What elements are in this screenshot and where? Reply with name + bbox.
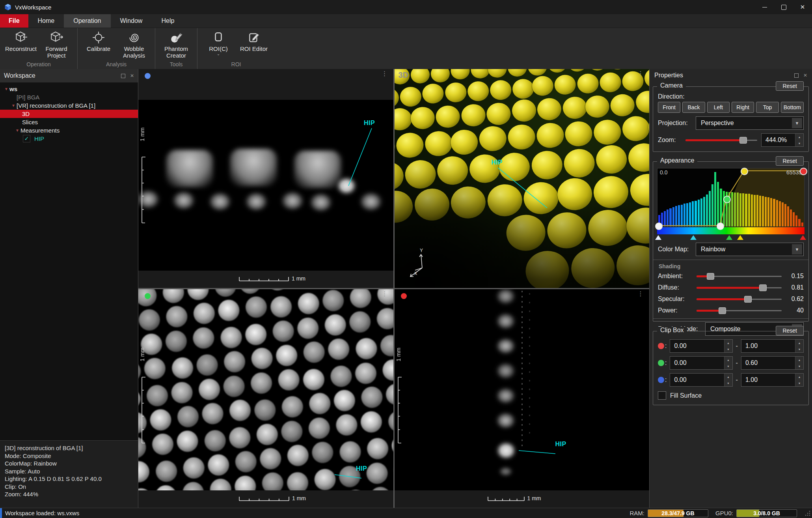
wobble-analysis-button[interactable]: Wobble Analysis: [116, 28, 152, 59]
render-info-box: [3D] reconstruction of BGA [1] Mode: Com…: [0, 440, 138, 508]
expander-icon[interactable]: ▼: [14, 128, 20, 133]
viewport-menu-icon[interactable]: ⋮: [382, 71, 388, 77]
tree-item-measurements[interactable]: ▼Measurements: [0, 126, 138, 135]
reconstruct-button[interactable]: Reconstruct: [3, 28, 39, 52]
clip-y-to-input[interactable]: 0.60▲▼: [741, 356, 804, 370]
viewport-slice-front[interactable]: ⋮ 1 mm HIP 1 mm: [138, 69, 393, 288]
maximize-button[interactable]: [774, 0, 793, 14]
close-icon: ✕: [800, 4, 805, 11]
measurement-label-hip[interactable]: HIP: [356, 465, 367, 472]
axis-indicator-dot-red: [401, 293, 407, 299]
viewport-slice-top[interactable]: ⋮ 1 mm HIP 1 mm: [138, 289, 393, 508]
ambient-slider-row: Ambient: 0.15: [658, 271, 804, 281]
close-panel-icon[interactable]: ✕: [803, 73, 807, 78]
spinner-arrows[interactable]: ▲▼: [795, 134, 803, 146]
direction-bottom-button[interactable]: Bottom: [781, 102, 804, 113]
roi-editor-button[interactable]: ROI Editor: [236, 28, 272, 52]
tree-item-pi-bga[interactable]: [PI] BGA: [0, 93, 138, 101]
viewport-3d[interactable]: 3D ⋮ HIP Y X: [395, 69, 650, 288]
menu-operation[interactable]: Operation: [64, 14, 110, 28]
zoom-slider[interactable]: [685, 137, 757, 144]
expander-icon[interactable]: ▼: [10, 103, 17, 108]
scale-bar: 1 mm: [239, 275, 305, 282]
spinner-arrows[interactable]: ▲▼: [724, 340, 732, 352]
measurement-label-hip[interactable]: HIP: [555, 441, 566, 448]
roi-c-button[interactable]: ROI(C) ⌄: [201, 28, 236, 56]
menu-home[interactable]: Home: [28, 14, 64, 28]
checkmark-icon[interactable]: ✓: [23, 135, 30, 142]
info-line: Mode: Composite: [5, 452, 133, 460]
menu-help[interactable]: Help: [152, 14, 184, 28]
direction-top-button[interactable]: Top: [756, 102, 778, 113]
toolbar-group-roi-label: ROI: [201, 61, 272, 69]
diffuse-slider[interactable]: [697, 284, 782, 291]
spinner-arrows[interactable]: ▲▼: [724, 357, 732, 369]
projection-select[interactable]: Perspective ▼: [696, 116, 804, 130]
tree-item-slices[interactable]: Slices: [0, 118, 138, 126]
viewport-menu-icon[interactable]: ⋮: [637, 71, 644, 77]
ribbon-toolbar: Reconstruct Forward Project Operation: [0, 28, 812, 69]
tree-item-ws[interactable]: ▼ws: [0, 85, 138, 93]
shading-section-title: Shading: [659, 263, 803, 269]
float-panel-icon[interactable]: [121, 74, 125, 78]
window-title: VxWorkspace: [15, 4, 51, 11]
specular-slider[interactable]: [697, 295, 782, 303]
direction-left-button[interactable]: Left: [707, 102, 730, 113]
power-slider[interactable]: [697, 307, 782, 314]
close-panel-icon[interactable]: ✕: [130, 73, 134, 79]
diffuse-slider-row: Diffuse: 0.81: [658, 282, 804, 292]
fill-surface-checkbox[interactable]: [658, 391, 666, 400]
spinner-arrows[interactable]: ▲▼: [795, 340, 803, 352]
clip-z-to-input[interactable]: 1.00▲▼: [741, 373, 804, 387]
spinner-arrows[interactable]: ▲▼: [724, 374, 732, 386]
zoom-value-input[interactable]: 444.0% ▲▼: [761, 133, 804, 147]
phantom-creator-button[interactable]: Phantom Creator: [158, 28, 194, 59]
expander-icon[interactable]: ▼: [3, 87, 9, 91]
clip-x-to-input[interactable]: 1.00▲▼: [741, 339, 804, 353]
properties-title: Properties: [654, 72, 683, 79]
rect-icon: [212, 31, 225, 44]
clip-z-from-input[interactable]: 0.00▲▼: [670, 373, 732, 387]
tree-item-3d[interactable]: 3D: [0, 110, 138, 118]
info-line: Sample: Auto: [5, 468, 133, 475]
measurement-label-hip[interactable]: HIP: [364, 120, 375, 127]
orientation-axes: Y X: [403, 247, 439, 281]
direction-back-button[interactable]: Back: [682, 102, 705, 113]
spinner-arrows[interactable]: ▲▼: [795, 357, 803, 369]
zoom-slider-handle[interactable]: [739, 137, 747, 144]
clip-box-reset-button[interactable]: Reset: [776, 326, 804, 335]
ambient-slider[interactable]: [697, 273, 782, 280]
colormap-select[interactable]: Rainbow ▼: [696, 243, 804, 256]
transfer-function-histogram[interactable]: 0.0 65535: [657, 168, 805, 227]
properties-panel: Properties ✕ Camera Reset Direction: Fro…: [649, 69, 812, 508]
spinner-arrows[interactable]: ▲▼: [795, 374, 803, 386]
appearance-reset-button[interactable]: Reset: [776, 156, 804, 166]
tree-item-hip[interactable]: ✓HIP: [0, 135, 138, 143]
direction-front-button[interactable]: Front: [658, 102, 680, 113]
minimize-button[interactable]: [755, 0, 774, 14]
camera-reset-button[interactable]: Reset: [776, 81, 804, 91]
colormap-markers[interactable]: [657, 234, 805, 240]
resize-grip-icon[interactable]: [804, 510, 811, 517]
forward-project-label: Forward Project: [39, 45, 74, 59]
forward-project-button[interactable]: Forward Project: [39, 28, 74, 59]
clip-axis-dot-blue: [658, 377, 664, 383]
calibrate-button[interactable]: Calibrate: [81, 28, 116, 52]
viewport-menu-icon[interactable]: ⋮: [637, 291, 644, 297]
clip-y-row: : 0.00▲▼ - 0.60▲▼: [658, 356, 804, 370]
menu-window[interactable]: Window: [111, 14, 152, 28]
float-panel-icon[interactable]: [794, 73, 799, 78]
close-button[interactable]: ✕: [793, 0, 812, 14]
measurement-label-hip[interactable]: HIP: [492, 159, 503, 166]
tree-item-vr-reconstruction[interactable]: ▼[VR] reconstruction of BGA [1]: [0, 101, 138, 110]
gpu-usage-value: 3.0/8.0 GB: [737, 510, 797, 517]
crosshair-icon: [92, 31, 105, 44]
clip-x-from-input[interactable]: 0.00▲▼: [670, 339, 732, 353]
gpu-label: GPU0:: [715, 510, 733, 516]
direction-right-button[interactable]: Right: [732, 102, 754, 113]
menu-file[interactable]: File: [0, 14, 28, 28]
zoom-label: Zoom:: [658, 137, 682, 144]
viewport-menu-icon[interactable]: ⋮: [382, 291, 388, 297]
clip-y-from-input[interactable]: 0.00▲▼: [670, 356, 732, 370]
viewport-slice-side[interactable]: ⋮ 1 mm HIP 1 mm: [395, 289, 650, 508]
